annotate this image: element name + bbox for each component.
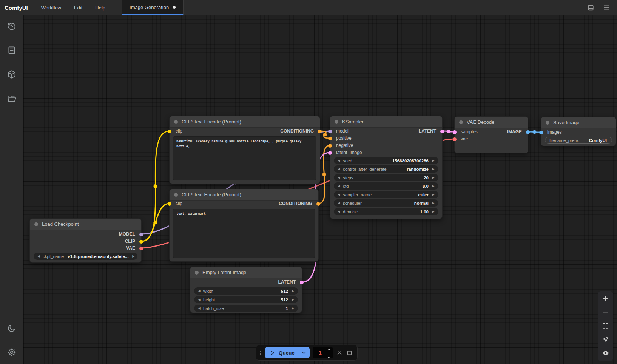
output-slot-VAE[interactable]: [139, 247, 143, 250]
settings-icon[interactable]: [7, 347, 17, 357]
widget-decrement-arrow[interactable]: ◀: [336, 199, 341, 207]
widget-increment-arrow[interactable]: ▶: [431, 182, 436, 190]
menu-edit[interactable]: Edit: [68, 0, 89, 15]
link-midpoint-dot[interactable]: [323, 133, 327, 137]
node-graph-canvas[interactable]: Load CheckpointMODELCLIPVAE◀ckpt_namev1-…: [23, 15, 617, 364]
tab-image-generation[interactable]: Image Generation: [122, 0, 184, 15]
widget-increment-arrow[interactable]: ▶: [290, 296, 295, 303]
batch-count-decrement[interactable]: [327, 353, 331, 360]
widget-decrement-arrow[interactable]: ◀: [336, 182, 341, 190]
widget-decrement-arrow[interactable]: ◀: [336, 208, 341, 215]
widget-label: scheduler: [343, 201, 362, 205]
widget-height[interactable]: ◀height512▶: [194, 296, 298, 303]
widget-decrement-arrow[interactable]: ◀: [336, 157, 341, 164]
fit-view-icon[interactable]: [602, 322, 609, 329]
widget-seed[interactable]: ◀seed156680208700286▶: [334, 157, 438, 164]
output-slot-IMAGE[interactable]: [526, 130, 530, 134]
batch-count-increment[interactable]: [327, 345, 331, 352]
widget-increment-arrow[interactable]: ▶: [290, 305, 295, 312]
queue-options-chevron-icon[interactable]: [301, 350, 307, 355]
output-slot-LATENT[interactable]: [300, 281, 304, 284]
widget-decrement-arrow[interactable]: ◀: [197, 296, 202, 303]
widget-increment-arrow[interactable]: ▶: [431, 157, 436, 164]
node-library-icon[interactable]: [7, 45, 17, 55]
widget-decrement-arrow[interactable]: ◀: [336, 174, 341, 181]
widget-increment-arrow[interactable]: ▶: [431, 208, 436, 215]
widget-width[interactable]: ◀width512▶: [194, 287, 298, 295]
node-ksampler[interactable]: KSamplermodelpositivenegativelatent_imag…: [330, 116, 443, 219]
node-header[interactable]: Load Checkpoint: [30, 219, 141, 230]
widget-increment-arrow[interactable]: ▶: [290, 287, 295, 295]
stop-icon[interactable]: [346, 350, 353, 356]
widget-decrement-arrow[interactable]: ◀: [336, 191, 341, 198]
output-slot-CONDITIONING[interactable]: [318, 130, 322, 133]
widget-decrement-arrow[interactable]: ◀: [336, 165, 341, 173]
input-slot-model[interactable]: [328, 130, 332, 133]
link-midpoint-dot[interactable]: [447, 130, 450, 133]
widget-increment-arrow[interactable]: ▶: [131, 253, 136, 260]
node-clip-text-encode-positive[interactable]: CLIP Text Encode (Prompt)clipCONDITIONIN…: [169, 116, 320, 184]
select-mode-icon[interactable]: [602, 336, 609, 343]
widget-decrement-arrow[interactable]: ◀: [197, 287, 202, 295]
prompt-textarea[interactable]: text, watermark: [173, 209, 315, 258]
widget-filename_prefix[interactable]: filename_prefixComfyUI: [545, 137, 612, 144]
clear-queue-icon[interactable]: [336, 349, 343, 356]
widget-increment-arrow[interactable]: ▶: [431, 191, 436, 198]
zoom-in-icon[interactable]: [602, 295, 609, 302]
widget-scheduler[interactable]: ◀schedulernormal▶: [334, 199, 438, 207]
widget-decrement-arrow[interactable]: ◀: [36, 253, 41, 260]
node-header[interactable]: VAE Decode: [455, 117, 528, 128]
input-slot-clip[interactable]: [168, 202, 171, 206]
zoom-out-icon[interactable]: [602, 308, 609, 316]
node-header[interactable]: CLIP Text Encode (Prompt): [170, 116, 320, 128]
queue-button[interactable]: Queue: [265, 347, 310, 358]
link-midpoint-dot[interactable]: [154, 184, 157, 188]
output-slot-MODEL[interactable]: [139, 233, 143, 236]
widget-sampler_name[interactable]: ◀sampler_nameeuler▶: [334, 191, 438, 198]
node-header[interactable]: Save Image: [541, 117, 616, 128]
widget-steps[interactable]: ◀steps20▶: [334, 174, 438, 181]
input-slot-latent_image[interactable]: [328, 151, 332, 155]
link-midpoint-dot[interactable]: [533, 130, 537, 134]
link-midpoint-dot[interactable]: [154, 221, 157, 224]
widget-batch_size[interactable]: ◀batch_size1▶: [194, 305, 298, 312]
prompt-textarea[interactable]: beautiful scenery nature glass bottle la…: [173, 136, 316, 180]
widget-control_after_generate[interactable]: ◀control_after_generaterandomize▶: [334, 165, 438, 173]
widget-ckpt_name[interactable]: ◀ckpt_namev1-5-pruned-emaonly.safete...▶: [34, 253, 137, 260]
input-slot-samples[interactable]: [453, 130, 457, 134]
widget-increment-arrow[interactable]: ▶: [431, 174, 436, 181]
queue-bar-drag-handle[interactable]: [259, 351, 262, 355]
batch-count-input[interactable]: 1: [313, 347, 333, 358]
input-slot-vae[interactable]: [453, 137, 457, 141]
model-library-icon[interactable]: [7, 69, 17, 79]
node-load-checkpoint[interactable]: Load CheckpointMODELCLIPVAE◀ckpt_namev1-…: [29, 218, 142, 263]
output-slot-CLIP[interactable]: [139, 240, 143, 244]
workflows-icon[interactable]: [7, 94, 17, 103]
node-clip-text-encode-negative[interactable]: CLIP Text Encode (Prompt)clipCONDITIONIN…: [169, 189, 319, 262]
node-header[interactable]: CLIP Text Encode (Prompt): [170, 189, 318, 201]
link-midpoint-dot[interactable]: [322, 173, 326, 176]
widget-increment-arrow[interactable]: ▶: [431, 165, 436, 173]
output-slot-CONDITIONING[interactable]: [316, 202, 320, 206]
input-slot-clip[interactable]: [168, 130, 171, 133]
menu-icon[interactable]: [603, 4, 610, 11]
menu-workflow[interactable]: Workflow: [35, 0, 68, 15]
widget-increment-arrow[interactable]: ▶: [431, 199, 436, 207]
output-slot-LATENT[interactable]: [440, 130, 444, 133]
node-header[interactable]: KSampler: [330, 116, 442, 128]
toggle-link-visibility-icon[interactable]: [602, 349, 609, 357]
theme-toggle-icon[interactable]: [7, 323, 17, 333]
input-slot-positive[interactable]: [328, 137, 332, 140]
widget-denoise[interactable]: ◀denoise1.00▶: [334, 208, 438, 215]
input-slot-images[interactable]: [539, 131, 543, 134]
node-header[interactable]: Empty Latent Image: [190, 267, 302, 278]
menu-help[interactable]: Help: [89, 0, 112, 15]
queue-history-icon[interactable]: [7, 21, 17, 31]
node-empty-latent-image[interactable]: Empty Latent ImageLATENT◀width512▶◀heigh…: [190, 267, 302, 313]
bottom-panel-toggle-icon[interactable]: [587, 4, 594, 11]
node-vae-decode[interactable]: VAE DecodesamplesvaeIMAGE: [454, 116, 528, 153]
widget-decrement-arrow[interactable]: ◀: [197, 305, 202, 312]
input-slot-negative[interactable]: [328, 144, 332, 148]
widget-cfg[interactable]: ◀cfg8.0▶: [334, 182, 438, 190]
node-save-image[interactable]: Save Imageimagesfilename_prefixComfyUI: [541, 117, 616, 146]
